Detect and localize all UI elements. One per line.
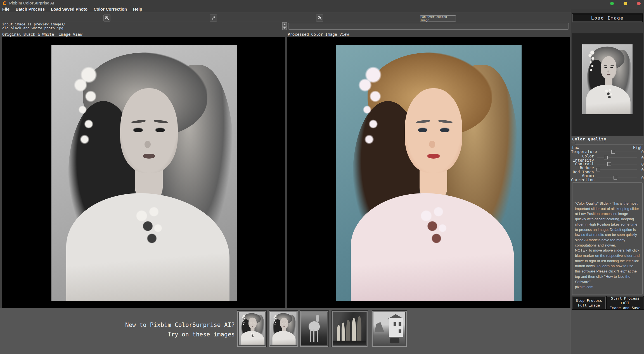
menu-load-saved-photo[interactable]: Load Saved Photo: [51, 7, 87, 11]
window-button-green[interactable]: [610, 2, 614, 5]
sample-image-woman-portrait[interactable]: [237, 311, 266, 347]
loaded-image-thumbnail[interactable]: [582, 44, 633, 114]
app-window: C Pixbim ColorSurprise AI File Batch Pro…: [0, 0, 644, 354]
promo-line1: New to Pixbim ColorSurprise AI?: [125, 320, 235, 330]
sample-image-deer[interactable]: [300, 311, 328, 347]
color-quality-title: Color Quality: [572, 137, 607, 141]
zoom-in-button[interactable]: [103, 15, 110, 21]
slider-row-color-intensity: Color Intensity 0: [571, 154, 644, 162]
processed-image-view[interactable]: [287, 37, 570, 308]
promo-line2: Try on these images: [125, 330, 235, 339]
scroll-up-button[interactable]: [282, 22, 287, 26]
slider-handle[interactable]: [607, 162, 611, 166]
color-quality-slider-track[interactable]: [572, 144, 643, 145]
app-title: Pixbim ColorSurprise AI: [9, 1, 54, 5]
menu-batch-process[interactable]: Batch Process: [16, 7, 45, 11]
slider-label: Reduce Red Tones: [571, 166, 594, 174]
zoom-out-button[interactable]: [316, 15, 323, 21]
status-message-line2: old black and white photo.jpg: [2, 26, 282, 30]
slider-handle[interactable]: [604, 156, 608, 159]
fit-expand-button[interactable]: [210, 15, 217, 21]
window-controls: [610, 2, 641, 5]
scroll-down-button[interactable]: [282, 26, 287, 30]
slider-value: 0: [638, 156, 644, 160]
slider-track[interactable]: [597, 157, 637, 158]
status-message-line1: input image is preview_images/: [2, 22, 282, 26]
promo-text: New to Pixbim ColorSurprise AI? Try on t…: [125, 320, 235, 339]
help-text: "Color Quality" Slider - This is the mos…: [572, 182, 643, 295]
original-bw-photo: [51, 45, 237, 301]
high-label: High: [633, 145, 643, 150]
app-logo-icon: C: [3, 1, 6, 6]
menu-bar: File Batch Process Load Saved Photo Colo…: [0, 6, 644, 12]
arrow-up-icon: [283, 23, 286, 25]
slider-handle[interactable]: [611, 150, 615, 154]
slider-row-temperature: Temperature 0: [571, 150, 644, 154]
original-image-view[interactable]: [2, 37, 285, 308]
window-button-yellow[interactable]: [624, 2, 627, 5]
slider-handle[interactable]: [614, 176, 617, 180]
toolbar: Pan Over Zoomed Image: [0, 13, 570, 22]
slider-row-gamma-correction: Gamma Correction 0: [571, 174, 644, 182]
sample-image-family-group[interactable]: [332, 311, 368, 347]
start-process-button[interactable]: Start Process Full Image and Save: [607, 296, 643, 309]
sample-image-girl-portrait[interactable]: [269, 311, 298, 347]
footer: New to Pixbim ColorSurprise AI? Try on t…: [0, 308, 644, 354]
message-scrollbar: [282, 22, 287, 30]
window-button-red[interactable]: [637, 2, 641, 5]
slider-value: 0: [638, 168, 644, 172]
menu-color-correction[interactable]: Color Correction: [94, 7, 127, 11]
slider-label: Temperature: [571, 150, 594, 154]
processed-color-photo: [336, 45, 522, 301]
load-image-button[interactable]: Load Image: [572, 14, 642, 22]
status-message: input image is preview_images/ old black…: [2, 22, 282, 30]
slider-label: Color Intensity: [571, 154, 594, 162]
slider-value: 0: [638, 150, 644, 154]
menu-file[interactable]: File: [2, 7, 10, 11]
sample-image-farm-house[interactable]: [372, 311, 407, 347]
pan-over-zoomed-image-button[interactable]: Pan Over Zoomed Image: [420, 15, 456, 21]
diagonal-resize-arrows-icon: [211, 16, 216, 20]
stop-process-button[interactable]: Stop Process Full Image: [572, 296, 606, 309]
slider-track[interactable]: [597, 164, 637, 164]
slider-label: Gamma Correction: [571, 174, 594, 182]
sidebar: Load Image Color Quality Low: [571, 9, 644, 354]
magnifier-minus-icon: [317, 16, 322, 20]
slider-track[interactable]: [597, 169, 637, 170]
slider-handle[interactable]: [596, 168, 600, 171]
slider-track[interactable]: [597, 152, 637, 152]
processed-view-label: Processed Color Image View: [288, 32, 349, 37]
slider-track[interactable]: [597, 178, 637, 178]
loaded-image-preview-panel: [572, 33, 643, 136]
title-bar: C Pixbim ColorSurprise AI: [0, 0, 644, 6]
slider-value: 0: [638, 176, 644, 180]
arrow-down-icon: [283, 27, 286, 29]
slider-row-reduce-red-tones: Reduce Red Tones 0: [571, 166, 644, 174]
menu-help[interactable]: Help: [133, 7, 142, 11]
magnifier-plus-icon: [105, 16, 109, 20]
output-path-input[interactable]: [288, 23, 569, 30]
original-view-label: Original Black & White Image View: [2, 32, 82, 37]
